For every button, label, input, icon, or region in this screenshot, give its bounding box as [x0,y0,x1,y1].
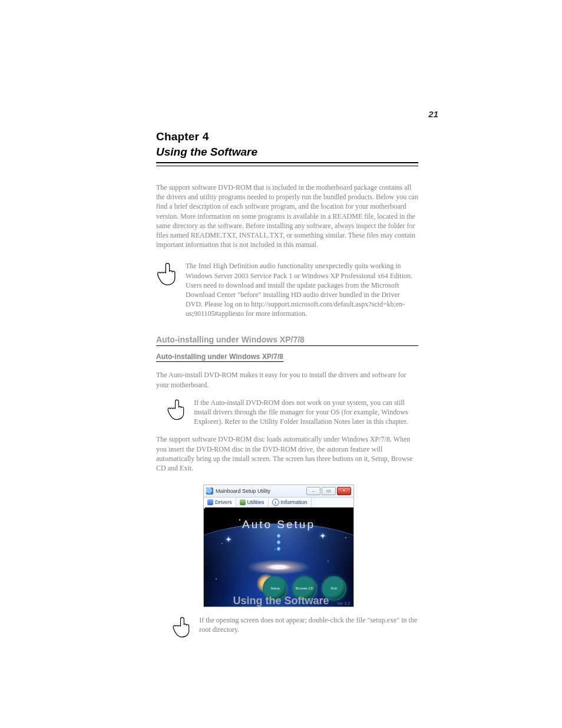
tabs-row: Drivers Utilities i Information [204,498,353,508]
note-row-audio: The Intel High Definition audio function… [156,261,418,318]
footer-title: Using the Software [0,595,562,607]
note-row-manual-install: If the Auto-install DVD-ROM does not wor… [156,398,418,427]
drivers-icon [207,499,213,505]
tab-label: Drivers [215,499,232,505]
lens-flare [246,559,311,575]
sparkle-icon: ✦ [319,531,326,541]
tab-utilities[interactable]: Utilities [236,498,269,507]
maximize-button[interactable]: ▭ [322,487,336,495]
run-paragraph: The support software DVD-ROM disc loads … [156,434,418,473]
double-rule [156,162,418,166]
utilities-icon [240,499,246,505]
installer-window: Mainboard Setup Utility – ▭ × Drivers Ut… [203,485,354,607]
page: 21 Chapter 4 Using the Software The supp… [0,0,562,728]
pointing-hand-icon [167,398,187,421]
note-text-setup-exe: If the opening screen does not appear; d… [199,615,418,634]
app-icon [206,487,213,495]
window-title: Mainboard Setup Utility [216,488,304,494]
content-column: Chapter 4 Using the Software The support… [156,130,418,639]
section-title-autoinstall: Auto-installing under Windows XP/7/8 [156,335,418,346]
sparkle-icon: ✦ [225,535,232,545]
note-text-audio: The Intel High Definition audio function… [186,261,418,318]
note-row-setup-exe: If the opening screen does not appear; d… [156,615,418,639]
tab-label: Utilities [247,499,265,505]
center-orbs [277,533,280,551]
auto-setup-headline: Auto Setup [204,518,353,531]
subsection-autoinstall: Auto-installing under Windows XP/7/8 [156,353,283,362]
window-titlebar: Mainboard Setup Utility – ▭ × [204,485,353,498]
tab-information[interactable]: i Information [269,498,312,507]
chapter-label: Chapter 4 [156,130,418,143]
window-controls: – ▭ × [306,487,351,495]
pointing-hand-icon [172,615,192,639]
minimize-button[interactable]: – [306,487,320,495]
autoinstall-body: The Auto-install DVD-ROM makes it easy f… [156,370,418,389]
chapter-title: Using the Software [156,146,418,159]
installer-canvas: Auto Setup ✦ ✦ Setup Browse CD Exit ver … [204,508,353,607]
information-icon: i [272,499,279,506]
intro-paragraph: The support software DVD-ROM that is inc… [156,183,418,249]
page-number: 21 [428,109,438,119]
close-button[interactable]: × [337,487,351,495]
tab-label: Information [281,499,308,505]
note-text-manual-install: If the Auto-install DVD-ROM does not wor… [194,398,418,427]
pointing-hand-icon [156,261,178,287]
tab-drivers[interactable]: Drivers [204,498,236,507]
